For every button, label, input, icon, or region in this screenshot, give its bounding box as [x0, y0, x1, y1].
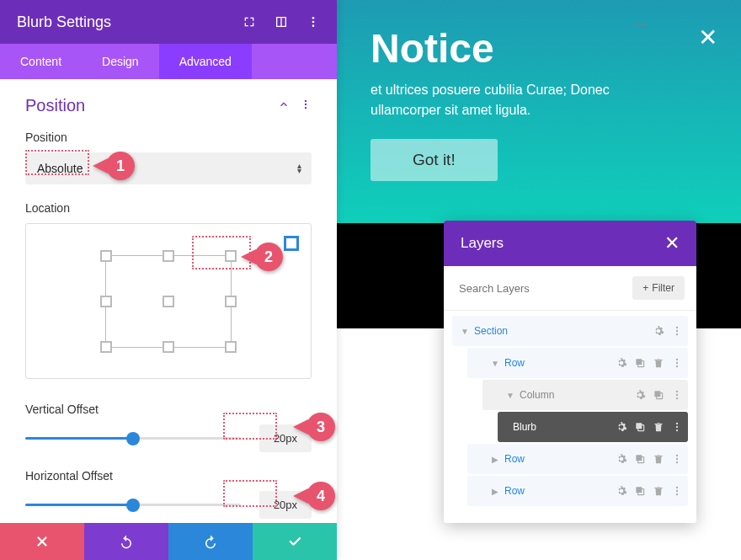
more-icon[interactable] — [307, 15, 320, 29]
layer-column[interactable]: ▼ Column — [482, 380, 688, 410]
svg-point-24 — [676, 426, 678, 428]
anchor-bottom-center[interactable] — [163, 341, 174, 353]
horizontal-offset-label: Horizontal Offset — [25, 469, 312, 483]
settings-panel: Blurb Settings Content Design Advanced P… — [0, 0, 337, 560]
duplicate-icon[interactable] — [634, 453, 646, 465]
more-icon[interactable] — [671, 485, 683, 497]
gear-icon[interactable] — [634, 389, 646, 401]
svg-point-6 — [305, 103, 307, 104]
close-icon[interactable]: ✕ — [698, 24, 717, 51]
svg-point-18 — [676, 391, 678, 392]
horizontal-offset-slider[interactable] — [25, 498, 241, 513]
cancel-button[interactable] — [0, 523, 84, 560]
layer-blurb[interactable]: Blurb — [498, 412, 688, 442]
anchor-middle-right[interactable] — [225, 296, 237, 307]
section-title-position[interactable]: Position — [25, 96, 278, 115]
trash-icon[interactable] — [653, 485, 664, 497]
section-more-icon[interactable] — [300, 99, 312, 114]
layer-row[interactable]: ▶ Row — [467, 476, 688, 506]
confirm-button[interactable] — [253, 523, 337, 560]
settings-body: Position Position ▴▾ Location V — [0, 79, 337, 523]
svg-point-28 — [676, 455, 678, 456]
svg-point-5 — [305, 99, 307, 101]
svg-point-23 — [676, 423, 678, 424]
hero-text: et ultrices posuere cubilia Curae; Donec… — [370, 80, 707, 120]
svg-point-19 — [676, 394, 678, 396]
vertical-offset-label: Vertical Offset — [25, 403, 312, 416]
tab-content[interactable]: Content — [0, 44, 82, 79]
svg-marker-1 — [644, 24, 646, 25]
gear-icon[interactable] — [653, 325, 664, 337]
undo-button[interactable] — [84, 523, 168, 560]
layers-panel[interactable]: Layers ✕ +Filter ▼ Section ▼ Row ▼ — [444, 221, 696, 523]
gear-icon[interactable] — [616, 485, 627, 497]
svg-point-9 — [676, 330, 678, 332]
trash-icon[interactable] — [653, 357, 664, 369]
hero-notice: Notice et ultrices posuere cubilia Curae… — [337, 0, 741, 223]
svg-point-7 — [305, 106, 307, 108]
anchor-bottom-left[interactable] — [100, 341, 112, 353]
callout-1: 1 — [106, 152, 135, 180]
position-select[interactable] — [25, 152, 312, 184]
svg-point-20 — [676, 397, 678, 399]
callout-4: 4 — [307, 482, 335, 510]
svg-point-2 — [312, 17, 315, 19]
callout-3: 3 — [307, 413, 335, 441]
anchor-top-left[interactable] — [100, 250, 112, 262]
chevron-down-icon[interactable]: ▼ — [459, 327, 471, 336]
layer-section[interactable]: ▼ Section — [452, 316, 688, 346]
svg-point-3 — [312, 21, 315, 24]
gear-icon[interactable] — [616, 357, 627, 369]
layer-row[interactable]: ▶ Row — [467, 444, 688, 474]
layers-tree: ▼ Section ▼ Row ▼ Column — [444, 311, 696, 523]
anchor-bottom-right[interactable] — [225, 341, 237, 353]
anchor-active-top-right[interactable] — [284, 236, 299, 251]
svg-rect-31 — [636, 487, 642, 493]
close-icon[interactable]: ✕ — [664, 232, 680, 254]
layers-title: Layers — [461, 235, 664, 252]
panel-layout-icon[interactable] — [275, 15, 288, 29]
chevron-right-icon[interactable]: ▶ — [489, 455, 501, 464]
anchor-top-center[interactable] — [163, 250, 174, 262]
tab-advanced[interactable]: Advanced — [159, 44, 252, 79]
location-label: Location — [25, 201, 312, 215]
tab-design[interactable]: Design — [82, 44, 159, 79]
position-label: Position — [25, 131, 312, 144]
svg-point-35 — [676, 493, 678, 495]
gear-icon[interactable] — [616, 421, 627, 433]
more-icon[interactable] — [671, 389, 683, 401]
chevron-down-icon[interactable]: ▼ — [504, 391, 516, 400]
settings-title: Blurb Settings — [17, 13, 243, 31]
more-icon[interactable] — [671, 357, 683, 369]
redo-button[interactable] — [168, 523, 253, 560]
more-icon[interactable] — [671, 421, 683, 433]
layers-header[interactable]: Layers ✕ — [444, 221, 696, 266]
svg-point-34 — [676, 490, 678, 492]
duplicate-icon[interactable] — [634, 357, 646, 369]
anchor-top-right[interactable] — [225, 250, 237, 262]
trash-icon[interactable] — [653, 421, 664, 433]
anchor-middle-left[interactable] — [100, 296, 112, 307]
more-icon[interactable] — [671, 325, 683, 337]
expand-icon[interactable] — [243, 15, 256, 29]
chevron-down-icon[interactable]: ▼ — [489, 359, 501, 368]
more-icon[interactable] — [671, 453, 683, 465]
chevron-right-icon[interactable]: ▶ — [489, 487, 501, 496]
layer-row[interactable]: ▼ Row — [467, 348, 688, 378]
gear-icon[interactable] — [616, 453, 627, 465]
action-bar — [0, 523, 337, 560]
got-it-button[interactable]: Got it! — [370, 139, 498, 181]
chevron-up-icon[interactable] — [278, 99, 290, 114]
svg-rect-21 — [636, 423, 642, 429]
svg-point-29 — [676, 458, 678, 460]
anchor-middle-center[interactable] — [163, 296, 174, 307]
trash-icon[interactable] — [653, 453, 664, 465]
duplicate-icon[interactable] — [634, 421, 646, 433]
svg-rect-26 — [636, 455, 642, 461]
callout-2: 2 — [254, 243, 283, 271]
duplicate-icon[interactable] — [634, 485, 646, 497]
duplicate-icon[interactable] — [653, 389, 664, 401]
layers-search-input[interactable] — [456, 276, 624, 300]
filter-button[interactable]: +Filter — [632, 276, 685, 300]
vertical-offset-slider[interactable] — [25, 431, 241, 446]
